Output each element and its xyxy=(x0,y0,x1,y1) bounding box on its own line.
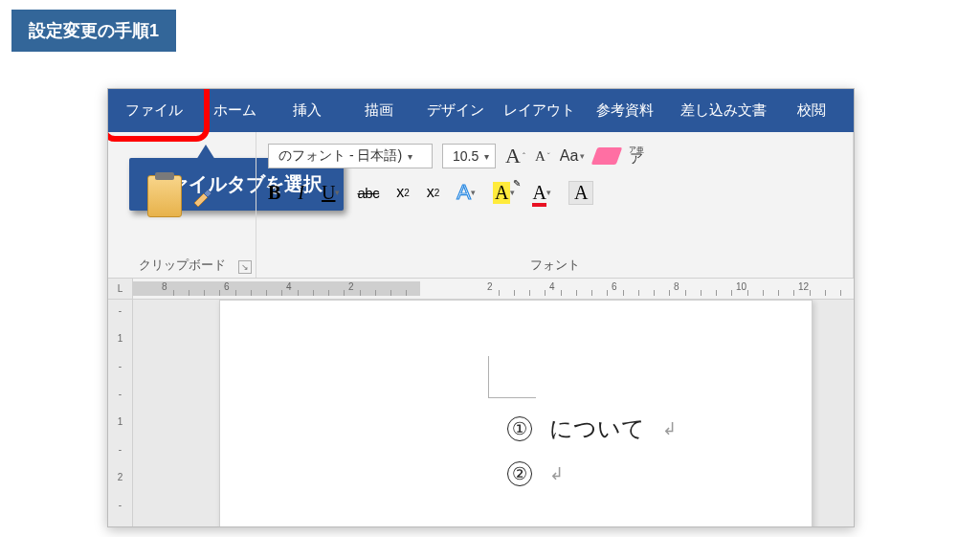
horizontal-ruler[interactable]: L 864224681012 xyxy=(108,279,854,300)
doc-line-1: ① について ↲ xyxy=(507,414,773,444)
font-name-value: のフォント - 日本語) xyxy=(278,147,402,165)
vruler-mark: - xyxy=(119,361,122,371)
tab-design[interactable]: デザイン xyxy=(414,89,496,132)
grow-font-button[interactable]: Aˆ xyxy=(505,144,525,168)
ruler-corner: L xyxy=(108,279,133,299)
list-number-1: ① xyxy=(507,416,532,441)
ruler-number: 4 xyxy=(549,281,555,292)
clipboard-dialog-launcher[interactable]: ↘ xyxy=(238,260,252,274)
ribbon-group-font: のフォント - 日本語) ▾ 10.5 ▾ Aˆ Aˇ Aa▾ ア亜 ア xyxy=(256,132,854,278)
ruby-icon: ア亜 ア xyxy=(629,146,644,166)
vruler-mark: - xyxy=(119,305,122,316)
shrink-font-button[interactable]: Aˇ xyxy=(535,148,550,165)
tab-insert[interactable]: 挿入 xyxy=(271,89,343,132)
font-group-label: フォント xyxy=(264,254,845,276)
ribbon: クリップボード ↘ のフォント - 日本語) ▾ 10.5 ▾ Aˆ Aˇ Aa… xyxy=(108,132,854,279)
tab-layout[interactable]: レイアウト xyxy=(496,89,582,132)
tab-home[interactable]: ホーム xyxy=(199,89,271,132)
vruler-mark: - xyxy=(119,444,122,455)
tab-references[interactable]: 参考資料 xyxy=(582,89,668,132)
font-size-combo[interactable]: 10.5 ▾ xyxy=(442,144,496,168)
chevron-down-icon: ▾ xyxy=(408,151,412,162)
superscript-button[interactable]: x2 xyxy=(427,184,440,201)
document-canvas[interactable]: ① について ↲ ② ↲ xyxy=(133,300,854,526)
font-color-button[interactable]: A▾ xyxy=(532,182,550,204)
instruction-title: 設定変更の手順1 xyxy=(11,10,176,52)
strikethrough-button[interactable]: abc xyxy=(357,185,379,201)
chevron-down-icon: ▾ xyxy=(335,188,340,197)
page[interactable]: ① について ↲ ② ↲ xyxy=(219,300,813,526)
ruler-number: 6 xyxy=(612,281,617,292)
ruler-number: 4 xyxy=(286,281,292,292)
ribbon-group-clipboard: クリップボード ↘ xyxy=(108,132,256,278)
tab-file[interactable]: ファイル xyxy=(108,89,199,132)
ruler-number: 12 xyxy=(798,281,809,292)
underline-button[interactable]: U▾ xyxy=(322,182,340,204)
clear-formatting-button[interactable] xyxy=(594,147,619,165)
vruler-mark: - xyxy=(119,389,122,399)
chevron-down-icon: ▾ xyxy=(484,151,489,162)
text-effects-button[interactable]: A▾ xyxy=(457,180,476,205)
chevron-down-icon: ▾ xyxy=(546,188,551,197)
paragraph-mark-icon: ↲ xyxy=(662,418,677,439)
font-name-combo[interactable]: のフォント - 日本語) ▾ xyxy=(268,144,433,168)
change-case-button[interactable]: Aa▾ xyxy=(560,147,586,165)
ribbon-tabbar: ファイル ホーム 挿入 描画 デザイン レイアウト 参考資料 差し込み文書 校閲 xyxy=(108,89,854,132)
vruler-mark: 2 xyxy=(118,472,123,482)
format-painter-icon[interactable] xyxy=(189,183,216,210)
paste-icon[interactable] xyxy=(147,175,182,217)
phonetic-guide-button[interactable]: ア亜 ア xyxy=(629,146,644,166)
doc-line-2: ② ↲ xyxy=(507,461,773,486)
subscript-button[interactable]: x2 xyxy=(396,184,410,201)
highlight-button[interactable]: A✎▾ xyxy=(493,182,515,204)
italic-button[interactable]: I xyxy=(298,182,304,204)
doc-text-1: について xyxy=(549,414,645,444)
ruler-number: 10 xyxy=(736,281,746,292)
vruler-mark: 1 xyxy=(118,333,123,344)
tab-mailings[interactable]: 差し込み文書 xyxy=(668,89,778,132)
list-number-2: ② xyxy=(507,461,532,486)
vruler-mark: 1 xyxy=(118,416,123,427)
ruler-number: 2 xyxy=(348,281,354,292)
chevron-down-icon: ▾ xyxy=(471,188,476,197)
document-area: -1--1-2- ① について ↲ ② ↲ xyxy=(108,300,854,526)
ruler-number: 8 xyxy=(674,281,679,292)
eraser-icon xyxy=(591,147,623,165)
ruler-number: 2 xyxy=(487,281,493,292)
vertical-ruler[interactable]: -1--1-2- xyxy=(108,300,133,526)
margin-corner-mark xyxy=(488,356,536,398)
ruler-number: 6 xyxy=(224,281,230,292)
clipboard-group-label: クリップボード xyxy=(116,254,248,276)
paragraph-mark-icon: ↲ xyxy=(549,463,564,484)
vruler-mark: - xyxy=(119,500,122,510)
font-size-value: 10.5 xyxy=(453,148,479,164)
chevron-down-icon: ▾ xyxy=(510,188,515,197)
tab-review[interactable]: 校閲 xyxy=(778,89,845,132)
tab-draw[interactable]: 描画 xyxy=(343,89,414,132)
bold-button[interactable]: B xyxy=(268,182,280,204)
ruler-number: 8 xyxy=(162,281,167,292)
character-shading-button[interactable]: A xyxy=(568,181,593,205)
word-window: ファイル ホーム 挿入 描画 デザイン レイアウト 参考資料 差し込み文書 校閲… xyxy=(107,88,855,527)
